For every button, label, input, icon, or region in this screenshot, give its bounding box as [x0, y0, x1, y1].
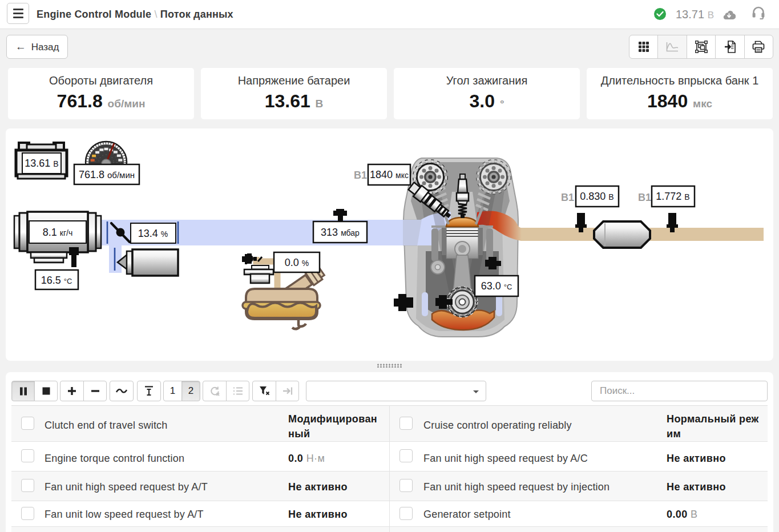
svg-text:0.0 %: 0.0 %	[285, 257, 309, 268]
svg-text:B1: B1	[561, 192, 574, 203]
svg-text:1.772 В: 1.772 В	[656, 191, 689, 202]
svg-text:1840 мкс: 1840 мкс	[370, 169, 409, 180]
svg-text:13.61 В: 13.61 В	[25, 158, 58, 169]
svg-text:0.830 В: 0.830 В	[580, 191, 613, 202]
svg-text:313 мбар: 313 мбар	[321, 227, 360, 238]
svg-text:B1: B1	[354, 170, 367, 181]
svg-text:8.1 кг/ч: 8.1 кг/ч	[43, 227, 72, 238]
svg-text:13.4 %: 13.4 %	[138, 228, 168, 239]
svg-text:B1: B1	[638, 192, 651, 203]
svg-text:761.8 об/мин: 761.8 об/мин	[79, 169, 135, 180]
